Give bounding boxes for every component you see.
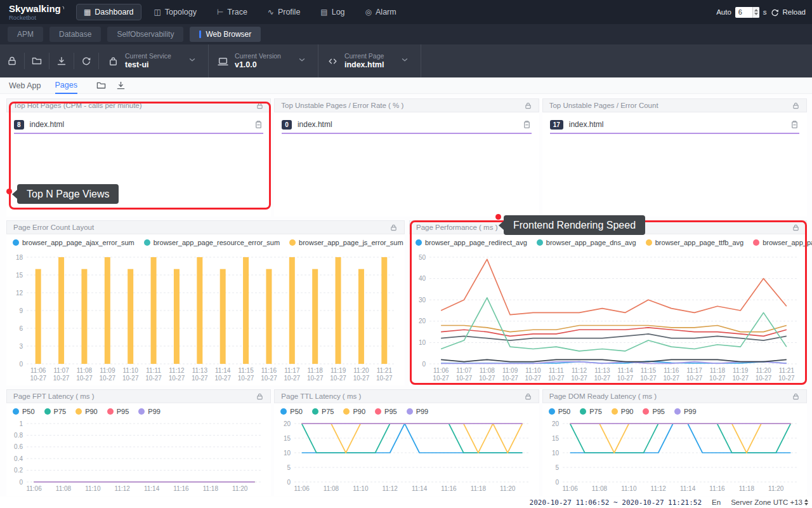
legend-item-p90[interactable]: P90 xyxy=(612,408,634,415)
menu-item-trace[interactable]: ⊢Trace xyxy=(209,4,255,20)
skywalking-dashboard: Skywalking Rocketbot ▦Dashboard◫Topology… xyxy=(0,0,812,508)
bar xyxy=(36,269,41,364)
copy-icon[interactable] xyxy=(790,120,799,130)
legend-item-browser-app-page-js-error-sum[interactable]: browser_app_page_js_error_sum xyxy=(289,239,403,246)
legend-item-p95[interactable]: P95 xyxy=(375,408,397,415)
bar xyxy=(266,269,272,364)
logo[interactable]: Skywalking Rocketbot xyxy=(9,4,65,21)
menu-item-log[interactable]: ▤Log xyxy=(313,4,352,20)
list-item[interactable]: 8index.html xyxy=(6,116,271,133)
svg-text:10-27: 10-27 xyxy=(525,375,542,382)
card-title: Top Hot Pages (CPM - calls per minute) xyxy=(13,102,142,109)
auto-interval-spinner[interactable] xyxy=(752,7,759,18)
language-selector[interactable]: En xyxy=(712,498,721,506)
svg-text:10-27: 10-27 xyxy=(284,375,301,382)
folder-icon[interactable] xyxy=(32,56,42,66)
bar xyxy=(312,269,318,364)
legend-item-browser-app-page-redirect-avg[interactable]: browser_app_page_redirect_avg xyxy=(416,239,527,246)
menu-item-alarm[interactable]: ◎Alarm xyxy=(358,4,404,20)
svg-text:10-27: 10-27 xyxy=(709,375,726,382)
reload-button[interactable]: Reload xyxy=(783,8,806,16)
dashboard-tab-database[interactable]: Database xyxy=(49,27,101,42)
tab-web-app[interactable]: Web App xyxy=(9,77,41,94)
legend-item-browser-app-page-resource-error-sum[interactable]: browser_app_page_resource_error_sum xyxy=(144,239,280,246)
legend-item-p50[interactable]: P50 xyxy=(280,408,303,415)
copy-icon[interactable] xyxy=(254,120,263,130)
list-item[interactable]: 0index.html xyxy=(274,116,539,133)
legend-item-p50[interactable]: P50 xyxy=(13,408,35,415)
legend-item-p99[interactable]: P99 xyxy=(674,408,697,415)
lock-icon[interactable] xyxy=(524,102,532,110)
legend-item-p75[interactable]: P75 xyxy=(44,408,67,415)
svg-text:10: 10 xyxy=(419,339,426,346)
server-zone-control[interactable]: Server Zone UTC +13 xyxy=(731,498,808,506)
selector-current-version[interactable]: Current Versionv1.0.0 xyxy=(209,44,318,77)
lock-icon[interactable] xyxy=(7,56,17,66)
export-icon[interactable] xyxy=(116,81,126,90)
legend-item-p75[interactable]: P75 xyxy=(312,408,334,415)
svg-text:11:14: 11:14 xyxy=(412,485,428,492)
zone-spinner[interactable] xyxy=(804,499,808,505)
dashboard-tab-web-browser[interactable]: Web Browser xyxy=(190,27,261,42)
svg-text:11:16: 11:16 xyxy=(664,367,679,374)
copy-icon[interactable] xyxy=(522,120,532,130)
bar xyxy=(58,257,64,364)
svg-text:5: 5 xyxy=(287,464,291,471)
bottom-cards-row: Page FPT Latency ( ms )P50P75P90P95P9900… xyxy=(6,389,807,496)
lock-icon[interactable] xyxy=(524,392,532,401)
legend-item-browser-app-page-ajax-error-sum[interactable]: browser_app_page_ajax_error_sum xyxy=(13,239,134,246)
time-range-picker[interactable]: 2020-10-27 11:06:52 ~ 2020-10-27 11:21:5… xyxy=(530,498,702,507)
reload-icon[interactable] xyxy=(771,8,779,17)
lock-icon[interactable] xyxy=(792,102,800,110)
legend-item-p99[interactable]: P99 xyxy=(138,408,160,415)
menu-item-profile[interactable]: ∿Profile xyxy=(260,4,308,20)
svg-text:11:20: 11:20 xyxy=(768,485,784,492)
lock-icon[interactable] xyxy=(256,102,264,110)
svg-text:11:15: 11:15 xyxy=(641,367,657,374)
service-icon xyxy=(108,56,119,67)
card-page-performance: Page Performance ( ms )browser_app_page_… xyxy=(409,220,807,385)
bar xyxy=(289,257,295,364)
legend-item-browser-app-page-tcp-avg[interactable]: browser_app_page_tcp_avg xyxy=(753,239,812,246)
chart-canvas: 0510152011:0611:0811:1011:1211:1411:1611… xyxy=(274,418,539,496)
dashboard-tab-apm[interactable]: APM xyxy=(8,27,43,42)
version-icon xyxy=(218,56,228,67)
dashboard-tab-label: Web Browser xyxy=(206,30,251,39)
selector-texts: Current Pageindex.html xyxy=(344,52,384,70)
refresh-icon[interactable] xyxy=(81,56,91,66)
menu-item-topology[interactable]: ◫Topology xyxy=(147,4,204,20)
legend-item-p95[interactable]: P95 xyxy=(107,408,129,415)
lock-icon[interactable] xyxy=(792,392,800,401)
selector-current-page[interactable]: Current Pageindex.html xyxy=(318,44,422,77)
lock-icon[interactable] xyxy=(390,224,398,232)
legend-item-browser-app-page-ttfb-avg[interactable]: browser_app_page_ttfb_avg xyxy=(646,239,743,246)
dashboard-tab-label: SelfObservability xyxy=(117,30,174,39)
lock-icon[interactable] xyxy=(792,224,800,232)
lock-icon[interactable] xyxy=(256,392,264,401)
dashboard-tab-selfobservability[interactable]: SelfObservability xyxy=(107,27,183,42)
folder-icon[interactable] xyxy=(96,81,106,90)
legend-dot xyxy=(580,408,586,415)
legend-item-p90[interactable]: P90 xyxy=(343,408,365,415)
chart-page-fpt-latency: 00.20.40.60.8111:0611:0811:1011:1211:141… xyxy=(6,418,271,496)
selector-current-service[interactable]: Current Servicetest-ui xyxy=(99,44,209,77)
chart-legend: browser_app_page_ajax_error_sumbrowser_a… xyxy=(6,234,405,251)
legend-item-p75[interactable]: P75 xyxy=(580,408,602,415)
legend-item-p90[interactable]: P90 xyxy=(75,408,98,415)
series-line-dark xyxy=(441,359,787,361)
tab-pages[interactable]: Pages xyxy=(55,77,77,94)
auto-interval-input[interactable]: 6 xyxy=(735,7,759,18)
list-item[interactable]: 17index.html xyxy=(542,116,807,133)
svg-text:11:07: 11:07 xyxy=(53,367,69,374)
svg-text:11:18: 11:18 xyxy=(471,485,487,492)
menu-item-dashboard[interactable]: ▦Dashboard xyxy=(76,4,141,20)
legend-item-browser-app-page-dns-avg[interactable]: browser_app_page_dns_avg xyxy=(537,239,636,246)
legend-item-p50[interactable]: P50 xyxy=(549,408,571,415)
svg-text:10-27: 10-27 xyxy=(53,375,70,382)
legend-label: browser_app_page_resource_error_sum xyxy=(154,239,280,246)
legend-item-p95[interactable]: P95 xyxy=(643,408,665,415)
legend-item-p99[interactable]: P99 xyxy=(407,408,429,415)
legend-dot xyxy=(674,408,681,415)
svg-text:10-27: 10-27 xyxy=(663,375,679,382)
import-icon[interactable] xyxy=(56,56,67,66)
